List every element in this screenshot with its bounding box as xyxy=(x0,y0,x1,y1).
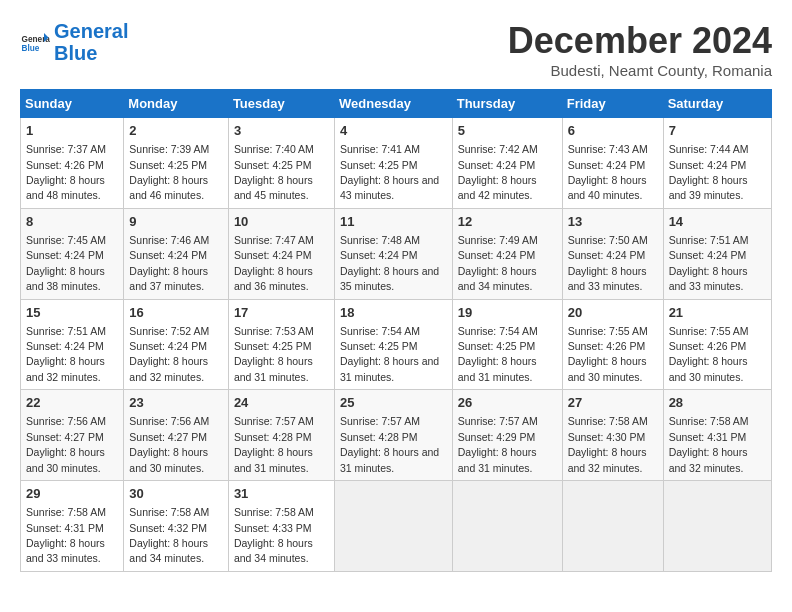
page-header: General Blue General Blue December 2024 … xyxy=(20,20,772,79)
day-number: 2 xyxy=(129,122,223,140)
calendar-cell: 24 Sunrise: 7:57 AMSunset: 4:28 PMDaylig… xyxy=(228,390,334,481)
calendar-cell xyxy=(663,481,771,572)
day-info: Sunrise: 7:58 AMSunset: 4:32 PMDaylight:… xyxy=(129,506,209,564)
day-info: Sunrise: 7:37 AMSunset: 4:26 PMDaylight:… xyxy=(26,143,106,201)
day-number: 27 xyxy=(568,394,658,412)
day-info: Sunrise: 7:55 AMSunset: 4:26 PMDaylight:… xyxy=(568,325,648,383)
day-number: 4 xyxy=(340,122,447,140)
day-info: Sunrise: 7:41 AMSunset: 4:25 PMDaylight:… xyxy=(340,143,439,201)
day-number: 30 xyxy=(129,485,223,503)
col-tuesday: Tuesday xyxy=(228,90,334,118)
calendar-cell: 25 Sunrise: 7:57 AMSunset: 4:28 PMDaylig… xyxy=(334,390,452,481)
calendar-week-5: 29 Sunrise: 7:58 AMSunset: 4:31 PMDaylig… xyxy=(21,481,772,572)
calendar-week-4: 22 Sunrise: 7:56 AMSunset: 4:27 PMDaylig… xyxy=(21,390,772,481)
calendar-cell: 10 Sunrise: 7:47 AMSunset: 4:24 PMDaylig… xyxy=(228,208,334,299)
calendar-cell: 1 Sunrise: 7:37 AMSunset: 4:26 PMDayligh… xyxy=(21,118,124,209)
calendar-cell: 21 Sunrise: 7:55 AMSunset: 4:26 PMDaylig… xyxy=(663,299,771,390)
day-number: 18 xyxy=(340,304,447,322)
day-number: 13 xyxy=(568,213,658,231)
calendar-cell: 9 Sunrise: 7:46 AMSunset: 4:24 PMDayligh… xyxy=(124,208,229,299)
day-info: Sunrise: 7:58 AMSunset: 4:31 PMDaylight:… xyxy=(26,506,106,564)
day-info: Sunrise: 7:54 AMSunset: 4:25 PMDaylight:… xyxy=(458,325,538,383)
calendar-cell: 5 Sunrise: 7:42 AMSunset: 4:24 PMDayligh… xyxy=(452,118,562,209)
day-number: 15 xyxy=(26,304,118,322)
calendar-cell: 19 Sunrise: 7:54 AMSunset: 4:25 PMDaylig… xyxy=(452,299,562,390)
logo-text: General Blue xyxy=(54,20,128,64)
calendar-cell: 12 Sunrise: 7:49 AMSunset: 4:24 PMDaylig… xyxy=(452,208,562,299)
day-number: 20 xyxy=(568,304,658,322)
month-title: December 2024 xyxy=(508,20,772,62)
col-friday: Friday xyxy=(562,90,663,118)
col-monday: Monday xyxy=(124,90,229,118)
day-number: 31 xyxy=(234,485,329,503)
day-number: 6 xyxy=(568,122,658,140)
day-info: Sunrise: 7:58 AMSunset: 4:30 PMDaylight:… xyxy=(568,415,648,473)
day-info: Sunrise: 7:48 AMSunset: 4:24 PMDaylight:… xyxy=(340,234,439,292)
calendar-cell: 27 Sunrise: 7:58 AMSunset: 4:30 PMDaylig… xyxy=(562,390,663,481)
day-number: 10 xyxy=(234,213,329,231)
day-number: 3 xyxy=(234,122,329,140)
calendar-cell: 31 Sunrise: 7:58 AMSunset: 4:33 PMDaylig… xyxy=(228,481,334,572)
day-number: 21 xyxy=(669,304,766,322)
calendar-cell: 28 Sunrise: 7:58 AMSunset: 4:31 PMDaylig… xyxy=(663,390,771,481)
day-info: Sunrise: 7:56 AMSunset: 4:27 PMDaylight:… xyxy=(129,415,209,473)
day-info: Sunrise: 7:46 AMSunset: 4:24 PMDaylight:… xyxy=(129,234,209,292)
calendar-body: 1 Sunrise: 7:37 AMSunset: 4:26 PMDayligh… xyxy=(21,118,772,572)
day-info: Sunrise: 7:53 AMSunset: 4:25 PMDaylight:… xyxy=(234,325,314,383)
day-info: Sunrise: 7:57 AMSunset: 4:28 PMDaylight:… xyxy=(340,415,439,473)
calendar-week-2: 8 Sunrise: 7:45 AMSunset: 4:24 PMDayligh… xyxy=(21,208,772,299)
day-number: 16 xyxy=(129,304,223,322)
col-sunday: Sunday xyxy=(21,90,124,118)
day-number: 28 xyxy=(669,394,766,412)
logo-line1: General xyxy=(54,20,128,42)
col-thursday: Thursday xyxy=(452,90,562,118)
calendar-cell: 29 Sunrise: 7:58 AMSunset: 4:31 PMDaylig… xyxy=(21,481,124,572)
location: Budesti, Neamt County, Romania xyxy=(508,62,772,79)
calendar-cell: 2 Sunrise: 7:39 AMSunset: 4:25 PMDayligh… xyxy=(124,118,229,209)
svg-text:Blue: Blue xyxy=(22,44,40,53)
day-number: 25 xyxy=(340,394,447,412)
day-number: 5 xyxy=(458,122,557,140)
day-info: Sunrise: 7:42 AMSunset: 4:24 PMDaylight:… xyxy=(458,143,538,201)
day-info: Sunrise: 7:49 AMSunset: 4:24 PMDaylight:… xyxy=(458,234,538,292)
calendar-cell xyxy=(452,481,562,572)
day-info: Sunrise: 7:54 AMSunset: 4:25 PMDaylight:… xyxy=(340,325,439,383)
day-info: Sunrise: 7:39 AMSunset: 4:25 PMDaylight:… xyxy=(129,143,209,201)
day-info: Sunrise: 7:58 AMSunset: 4:31 PMDaylight:… xyxy=(669,415,749,473)
calendar-cell: 23 Sunrise: 7:56 AMSunset: 4:27 PMDaylig… xyxy=(124,390,229,481)
calendar-cell: 7 Sunrise: 7:44 AMSunset: 4:24 PMDayligh… xyxy=(663,118,771,209)
day-info: Sunrise: 7:45 AMSunset: 4:24 PMDaylight:… xyxy=(26,234,106,292)
calendar-cell: 11 Sunrise: 7:48 AMSunset: 4:24 PMDaylig… xyxy=(334,208,452,299)
calendar-week-3: 15 Sunrise: 7:51 AMSunset: 4:24 PMDaylig… xyxy=(21,299,772,390)
calendar-cell: 22 Sunrise: 7:56 AMSunset: 4:27 PMDaylig… xyxy=(21,390,124,481)
day-number: 9 xyxy=(129,213,223,231)
calendar-cell xyxy=(334,481,452,572)
calendar-cell: 30 Sunrise: 7:58 AMSunset: 4:32 PMDaylig… xyxy=(124,481,229,572)
day-number: 29 xyxy=(26,485,118,503)
day-info: Sunrise: 7:40 AMSunset: 4:25 PMDaylight:… xyxy=(234,143,314,201)
day-number: 14 xyxy=(669,213,766,231)
day-info: Sunrise: 7:52 AMSunset: 4:24 PMDaylight:… xyxy=(129,325,209,383)
calendar-cell: 3 Sunrise: 7:40 AMSunset: 4:25 PMDayligh… xyxy=(228,118,334,209)
calendar-cell: 8 Sunrise: 7:45 AMSunset: 4:24 PMDayligh… xyxy=(21,208,124,299)
calendar-cell: 15 Sunrise: 7:51 AMSunset: 4:24 PMDaylig… xyxy=(21,299,124,390)
day-info: Sunrise: 7:55 AMSunset: 4:26 PMDaylight:… xyxy=(669,325,749,383)
day-number: 17 xyxy=(234,304,329,322)
day-info: Sunrise: 7:56 AMSunset: 4:27 PMDaylight:… xyxy=(26,415,106,473)
day-info: Sunrise: 7:44 AMSunset: 4:24 PMDaylight:… xyxy=(669,143,749,201)
day-info: Sunrise: 7:47 AMSunset: 4:24 PMDaylight:… xyxy=(234,234,314,292)
calendar-table: Sunday Monday Tuesday Wednesday Thursday… xyxy=(20,89,772,572)
calendar-cell: 26 Sunrise: 7:57 AMSunset: 4:29 PMDaylig… xyxy=(452,390,562,481)
day-number: 1 xyxy=(26,122,118,140)
calendar-cell xyxy=(562,481,663,572)
day-info: Sunrise: 7:57 AMSunset: 4:28 PMDaylight:… xyxy=(234,415,314,473)
day-info: Sunrise: 7:58 AMSunset: 4:33 PMDaylight:… xyxy=(234,506,314,564)
day-info: Sunrise: 7:57 AMSunset: 4:29 PMDaylight:… xyxy=(458,415,538,473)
day-number: 11 xyxy=(340,213,447,231)
day-number: 19 xyxy=(458,304,557,322)
day-number: 22 xyxy=(26,394,118,412)
title-block: December 2024 Budesti, Neamt County, Rom… xyxy=(508,20,772,79)
calendar-cell: 13 Sunrise: 7:50 AMSunset: 4:24 PMDaylig… xyxy=(562,208,663,299)
day-number: 26 xyxy=(458,394,557,412)
calendar-cell: 20 Sunrise: 7:55 AMSunset: 4:26 PMDaylig… xyxy=(562,299,663,390)
